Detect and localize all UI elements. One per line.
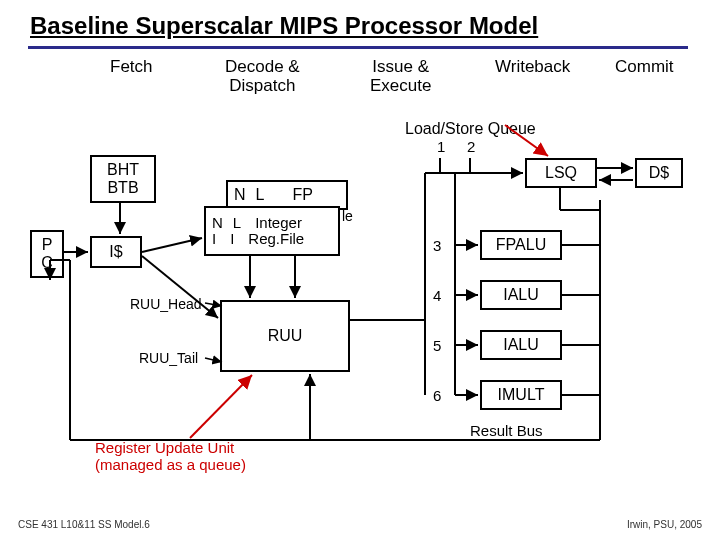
icache-box: I$ <box>90 236 142 268</box>
dcache-label: D$ <box>649 164 669 182</box>
icache-label: I$ <box>109 243 122 261</box>
btb-label: BTB <box>107 179 138 197</box>
stage-fetch: Fetch <box>110 58 153 77</box>
ruu-tail-label: RUU_Tail <box>139 350 198 366</box>
int-regfile-row2: I I Reg.File <box>212 231 304 248</box>
fpalu-box: FPALU <box>480 230 562 260</box>
pc-p: P <box>42 236 53 254</box>
lsq-box-label: LSQ <box>545 164 577 182</box>
svg-line-33 <box>190 375 252 438</box>
svg-line-2 <box>142 238 202 252</box>
ruu-head-label: RUU_Head <box>130 296 202 312</box>
int-regfile-row1: N L Integer <box>212 215 302 232</box>
lsq-port-1-label: 1 <box>437 138 445 155</box>
ialu2-label: IALU <box>503 336 539 354</box>
port-5: 5 <box>433 337 441 354</box>
int-rf-integer: Integer <box>255 215 302 232</box>
int-rf-i2: I <box>230 231 234 248</box>
port-3: 3 <box>433 237 441 254</box>
imult-box: IMULT <box>480 380 562 410</box>
title-underline <box>28 46 688 49</box>
ruu-box: RUU <box>220 300 350 372</box>
ruu-note-line1: Register Update Unit <box>95 440 246 457</box>
imult-label: IMULT <box>498 386 545 404</box>
port-6: 6 <box>433 387 441 404</box>
stage-decode: Decode & Dispatch <box>225 58 300 95</box>
int-regfile-box: N L Integer I I Reg.File <box>204 206 340 256</box>
dcache-box: D$ <box>635 158 683 188</box>
ruu-annotation: Register Update Unit (managed as a queue… <box>95 440 246 473</box>
stage-writeback: Writeback <box>495 58 570 77</box>
int-rf-l: L <box>233 215 241 232</box>
pc-box: P C <box>30 230 64 278</box>
ialu2-box: IALU <box>480 330 562 360</box>
lsq-title: Load/Store Queue <box>405 120 536 138</box>
int-rf-regfile: Reg.File <box>248 231 304 248</box>
bht-btb-box: BHT BTB <box>90 155 156 203</box>
port-4: 4 <box>433 287 441 304</box>
fp-rf-l: L <box>256 186 265 204</box>
fp-rf-fp: FP <box>292 186 312 204</box>
int-rf-n: N <box>212 215 223 232</box>
footer-left: CSE 431 L10&11 SS Model.6 <box>18 519 150 530</box>
ialu1-label: IALU <box>503 286 539 304</box>
ruu-note-line2: (managed as a queue) <box>95 457 246 474</box>
fp-rf-n: N <box>234 186 246 204</box>
stage-issue: Issue & Execute <box>370 58 431 95</box>
stage-commit: Commit <box>615 58 674 77</box>
int-regfile-le-fragment: le <box>342 208 353 224</box>
lsq-box: LSQ <box>525 158 597 188</box>
int-rf-i1: I <box>212 231 216 248</box>
slide-title: Baseline Superscalar MIPS Processor Mode… <box>30 12 538 40</box>
lsq-port-2-label: 2 <box>467 138 475 155</box>
pc-c: C <box>41 254 53 272</box>
footer-right: Irwin, PSU, 2005 <box>627 519 702 530</box>
result-bus-label: Result Bus <box>470 422 543 439</box>
fpalu-label: FPALU <box>496 236 546 254</box>
ruu-box-label: RUU <box>268 327 303 345</box>
ialu1-box: IALU <box>480 280 562 310</box>
bht-label: BHT <box>107 161 139 179</box>
